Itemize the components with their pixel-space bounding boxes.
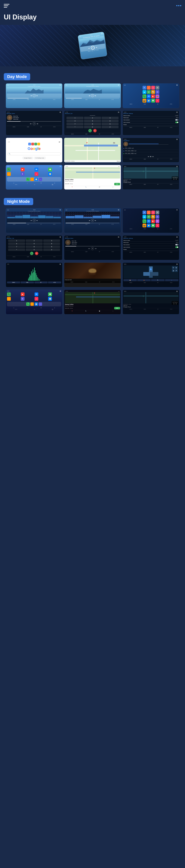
- night-app-icon-spotify[interactable]: ♫: [151, 211, 155, 214]
- night-numpad-7[interactable]: 7: [8, 245, 25, 248]
- night-app-icon-radio[interactable]: 📡: [151, 215, 155, 219]
- app-icon-camera[interactable]: 📷: [142, 99, 146, 102]
- nav-btn-search[interactable]: 🔍: [151, 279, 164, 281]
- google-search-bar[interactable]: 🔍: [7, 152, 61, 155]
- ios-app-safari[interactable]: 🧭: [48, 172, 52, 176]
- night-numpad-5[interactable]: 5: [26, 243, 43, 245]
- night-numpad-9[interactable]: 9: [43, 245, 60, 248]
- night-call-answer-btn[interactable]: 📞: [30, 252, 33, 255]
- wave-nav-3[interactable]: BT: [34, 281, 48, 283]
- night-ios-app-youtube[interactable]: ▶: [21, 292, 25, 296]
- app-icon-youtube[interactable]: ▶: [151, 94, 155, 98]
- numpad-9[interactable]: 9: [102, 123, 118, 125]
- night-app-icon-files[interactable]: 📁: [147, 224, 151, 227]
- app-icon-waze2[interactable]: 📡: [151, 90, 155, 94]
- app-icon-spotify[interactable]: ♫: [151, 86, 155, 90]
- night-ios-app-phone[interactable]: 📞: [7, 292, 11, 296]
- night-app-icon-cam[interactable]: 📷: [142, 224, 146, 227]
- night-app-icon-podcast[interactable]: 🎙: [156, 219, 159, 223]
- google-lucky-btn[interactable]: I'm Feeling Lucky: [34, 157, 46, 159]
- ios-app-maps[interactable]: 🗺: [34, 167, 38, 172]
- nav-grid-btn-4[interactable]: ▼: [175, 269, 178, 272]
- night-ios-dock-music[interactable]: ♪: [30, 302, 34, 306]
- ios-dock-safari[interactable]: 🧭: [34, 178, 38, 181]
- call-end-btn[interactable]: ✕: [93, 129, 97, 132]
- app-icon-maps[interactable]: 🗺: [147, 94, 151, 98]
- app-icon-msg[interactable]: 💬: [151, 99, 155, 102]
- app-icon-weather[interactable]: ☁: [142, 90, 146, 94]
- numpad-8[interactable]: 8: [84, 123, 101, 125]
- night-app-icon-msg[interactable]: 💬: [151, 224, 155, 227]
- numpad-star[interactable]: *: [67, 126, 83, 128]
- auto-answer-toggle[interactable]: [175, 119, 178, 121]
- night-numpad-star[interactable]: *: [8, 248, 25, 251]
- nav-btn-home[interactable]: 🏠: [124, 279, 137, 281]
- nav-grid-btn-3[interactable]: ◀: [172, 269, 175, 272]
- night-numpad-4[interactable]: 4: [8, 243, 25, 245]
- ios-app-phone[interactable]: 📞: [7, 167, 11, 172]
- numpad-5[interactable]: 5: [84, 120, 101, 122]
- night-call-end-btn[interactable]: ✕: [35, 252, 38, 255]
- night-app-icon-youtube[interactable]: ▶: [151, 219, 155, 223]
- ios-app-music[interactable]: ♪: [7, 172, 11, 176]
- night-ios-dock-phone[interactable]: 📞: [26, 302, 30, 306]
- night-ios-app-music[interactable]: ♪: [7, 297, 11, 301]
- night-app-icon-waze[interactable]: W: [147, 215, 151, 219]
- ios-dock-phone[interactable]: 📞: [26, 178, 30, 181]
- night-numpad-3[interactable]: 3: [43, 240, 60, 242]
- night-ios-app-safari[interactable]: 🧭: [48, 297, 52, 301]
- numpad-0[interactable]: 0: [84, 126, 101, 128]
- ios-app-youtube[interactable]: ▶: [21, 167, 25, 172]
- numpad-1[interactable]: 1: [67, 117, 83, 119]
- app-icon-telegram[interactable]: ✈: [142, 86, 146, 90]
- night-ios-app-podcast[interactable]: 🎙: [21, 297, 25, 301]
- night-ios-app-maps[interactable]: 🗺: [34, 292, 38, 296]
- night-numpad-1[interactable]: 1: [8, 240, 25, 242]
- menu-icon[interactable]: [4, 2, 10, 9]
- night-app-icon-more[interactable]: +: [156, 224, 159, 227]
- night-ios-app-tiktok[interactable]: ♫: [34, 297, 38, 301]
- numpad-7[interactable]: 7: [67, 123, 83, 125]
- app-icon-music[interactable]: ♪: [147, 86, 151, 90]
- night-numpad-8[interactable]: 8: [26, 245, 43, 248]
- night-app-icon-bt[interactable]: B: [156, 215, 159, 219]
- wave-nav-1[interactable]: EMAS: [7, 281, 20, 283]
- header-dots-icon[interactable]: [176, 5, 181, 6]
- app-icon-waze[interactable]: W: [147, 90, 151, 94]
- wave-nav-4[interactable]: ATV5: [48, 281, 61, 283]
- nav-btn-menu[interactable]: ≡: [165, 279, 178, 281]
- numpad-6[interactable]: 6: [102, 120, 118, 122]
- night-numpad-6[interactable]: 6: [43, 243, 60, 245]
- night-app-icon-maps[interactable]: 🗺: [147, 219, 151, 223]
- nav-grid-btn-1[interactable]: ▲: [172, 266, 175, 269]
- numpad-hash[interactable]: #: [102, 126, 118, 128]
- app-icon-files[interactable]: 📁: [147, 99, 151, 102]
- night-numpad-hash[interactable]: #: [43, 248, 60, 251]
- night-numpad-0[interactable]: 0: [26, 248, 43, 251]
- auto-connect-toggle[interactable]: [175, 122, 178, 123]
- app-icon-settings[interactable]: ⚙: [156, 86, 159, 90]
- night-auto-connect-toggle[interactable]: [175, 246, 178, 248]
- app-icon-more[interactable]: +: [156, 99, 159, 102]
- google-search-btn[interactable]: Google Search: [23, 157, 33, 159]
- night-ios-dock-safari[interactable]: 🧭: [34, 302, 38, 306]
- app-icon-bt[interactable]: B: [156, 90, 159, 94]
- nav-btn-work[interactable]: 💼: [137, 279, 151, 281]
- numpad-4[interactable]: 4: [67, 120, 83, 122]
- ios-app-podcast[interactable]: 🎙: [21, 172, 25, 176]
- go-button[interactable]: GO: [114, 183, 120, 185]
- night-app-icon-telegram[interactable]: ✈: [142, 211, 146, 214]
- numpad-3[interactable]: 3: [102, 117, 118, 119]
- ios-dock-music[interactable]: ♪: [30, 178, 34, 181]
- night-go-button[interactable]: GO: [114, 307, 120, 309]
- app-icon-radio[interactable]: 📻: [156, 94, 159, 98]
- night-numpad-2[interactable]: 2: [26, 240, 43, 242]
- ios-app-whatsapp[interactable]: 💬: [48, 167, 52, 172]
- night-app-icon-music[interactable]: ♪: [147, 211, 151, 214]
- app-icon-phone[interactable]: 📞: [142, 94, 146, 98]
- night-ios-app-msg[interactable]: 💬: [48, 292, 52, 296]
- night-app-icon-settings[interactable]: ⚙: [156, 211, 159, 214]
- night-ios-dock-apps[interactable]: ⋯: [39, 302, 42, 306]
- numpad-2[interactable]: 2: [84, 117, 101, 119]
- wave-nav-2[interactable]: GMD: [21, 281, 34, 283]
